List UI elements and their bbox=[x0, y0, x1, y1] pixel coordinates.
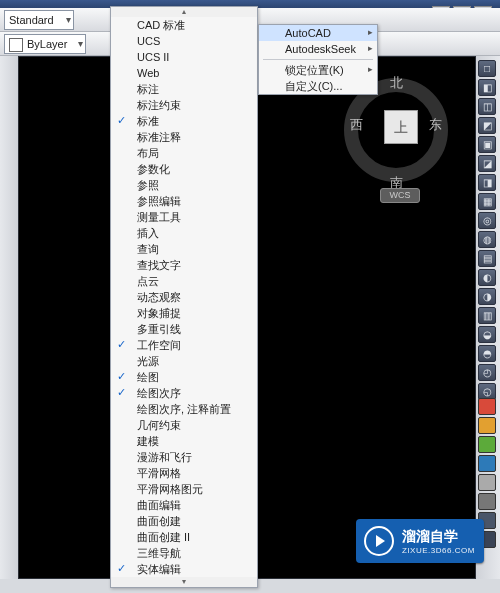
tool-icon[interactable] bbox=[478, 474, 496, 491]
chevron-right-icon: ▸ bbox=[368, 64, 373, 74]
toolbar-context-menu: ▴ CAD 标准UCSUCS IIWeb标注标注约束✓标准标准注释布局参数化参照… bbox=[110, 6, 258, 588]
tool-icon[interactable]: ◒ bbox=[478, 326, 496, 343]
tool-icon[interactable] bbox=[478, 436, 496, 453]
menu-item-label: 标注约束 bbox=[137, 98, 181, 113]
menu-item-label: 实体编辑 bbox=[137, 562, 181, 577]
submenu-item[interactable]: AutodeskSeek▸ bbox=[259, 41, 377, 57]
tool-icon[interactable] bbox=[478, 455, 496, 472]
menu-item[interactable]: 建模 bbox=[111, 433, 257, 449]
tool-icon[interactable]: ◴ bbox=[478, 364, 496, 381]
tool-icon[interactable]: ◎ bbox=[478, 212, 496, 229]
submenu-item[interactable]: AutoCAD▸ bbox=[259, 25, 377, 41]
menu-item[interactable]: 多重引线 bbox=[111, 321, 257, 337]
menu-item[interactable]: UCS bbox=[111, 33, 257, 49]
menu-item[interactable]: 标注约束 bbox=[111, 97, 257, 113]
compass-north[interactable]: 北 bbox=[390, 74, 403, 92]
menu-item-label: 三维导航 bbox=[137, 546, 181, 561]
submenu-item-label: 锁定位置(K) bbox=[285, 63, 344, 78]
menu-item[interactable]: 标注 bbox=[111, 81, 257, 97]
glyph-icon: ◨ bbox=[479, 175, 495, 190]
submenu-item[interactable]: 锁定位置(K)▸ bbox=[259, 62, 377, 78]
submenu-item[interactable]: 自定义(C)... bbox=[259, 78, 377, 94]
glyph-icon: ▣ bbox=[479, 137, 495, 152]
tool-icon[interactable] bbox=[478, 493, 496, 510]
check-icon: ✓ bbox=[117, 562, 126, 575]
menu-item[interactable]: 曲面编辑 bbox=[111, 497, 257, 513]
tool-icon[interactable]: ◫ bbox=[478, 98, 496, 115]
menu-item[interactable]: 对象捕捉 bbox=[111, 305, 257, 321]
menu-item[interactable]: 动态观察 bbox=[111, 289, 257, 305]
glyph-icon: ◐ bbox=[479, 270, 495, 285]
tool-icon[interactable]: ◐ bbox=[478, 269, 496, 286]
menu-item-label: CAD 标准 bbox=[137, 18, 185, 33]
compass-west[interactable]: 西 bbox=[350, 116, 363, 134]
check-icon: ✓ bbox=[117, 338, 126, 351]
menu-item[interactable]: 参数化 bbox=[111, 161, 257, 177]
menu-item[interactable]: CAD 标准 bbox=[111, 17, 257, 33]
menu-item[interactable]: ✓绘图次序 bbox=[111, 385, 257, 401]
menu-item[interactable]: ✓工作空间 bbox=[111, 337, 257, 353]
glyph-icon: ◫ bbox=[479, 99, 495, 114]
style-combo[interactable]: Standard bbox=[4, 10, 74, 30]
menu-item[interactable]: 绘图次序, 注释前置 bbox=[111, 401, 257, 417]
tool-icon[interactable] bbox=[478, 398, 496, 415]
menu-item-label: 参照 bbox=[137, 178, 159, 193]
menu-item[interactable]: UCS II bbox=[111, 49, 257, 65]
menu-scroll-down[interactable]: ▾ bbox=[111, 577, 257, 587]
menu-item[interactable]: 漫游和飞行 bbox=[111, 449, 257, 465]
menu-item[interactable]: 几何约束 bbox=[111, 417, 257, 433]
menu-item-label: 建模 bbox=[137, 434, 159, 449]
submenu-item-label: AutoCAD bbox=[285, 27, 331, 39]
menu-item[interactable]: ✓实体编辑 bbox=[111, 561, 257, 577]
tool-icon[interactable]: ▦ bbox=[478, 193, 496, 210]
menu-item-label: 参数化 bbox=[137, 162, 170, 177]
menu-item-label: 工作空间 bbox=[137, 338, 181, 353]
menu-item[interactable]: 平滑网格 bbox=[111, 465, 257, 481]
tool-icon[interactable] bbox=[478, 417, 496, 434]
menu-item[interactable]: 曲面创建 bbox=[111, 513, 257, 529]
tool-icon[interactable]: ◩ bbox=[478, 117, 496, 134]
menu-item[interactable]: ✓绘图 bbox=[111, 369, 257, 385]
menu-item-label: 光源 bbox=[137, 354, 159, 369]
tool-icon[interactable]: ◓ bbox=[478, 345, 496, 362]
tool-icon[interactable]: ◨ bbox=[478, 174, 496, 191]
menu-scroll-up[interactable]: ▴ bbox=[111, 7, 257, 17]
menu-item-label: 几何约束 bbox=[137, 418, 181, 433]
tool-icon[interactable]: ◍ bbox=[478, 231, 496, 248]
menu-item[interactable]: ✓标准 bbox=[111, 113, 257, 129]
menu-item[interactable]: 光源 bbox=[111, 353, 257, 369]
left-toolbar[interactable] bbox=[0, 56, 18, 579]
check-icon: ✓ bbox=[117, 114, 126, 127]
menu-item[interactable]: 参照 bbox=[111, 177, 257, 193]
menu-item[interactable]: 点云 bbox=[111, 273, 257, 289]
view-cube-top[interactable]: 上 bbox=[384, 110, 418, 144]
menu-item[interactable]: 查找文字 bbox=[111, 257, 257, 273]
tool-icon[interactable]: □ bbox=[478, 60, 496, 77]
glyph-icon: ◴ bbox=[479, 365, 495, 380]
watermark-title: 溜溜自学 bbox=[402, 528, 475, 546]
tool-icon[interactable]: ▣ bbox=[478, 136, 496, 153]
menu-item[interactable]: 测量工具 bbox=[111, 209, 257, 225]
menu-item-label: 曲面创建 II bbox=[137, 530, 190, 545]
tool-icon[interactable]: ◧ bbox=[478, 79, 496, 96]
menu-item[interactable]: 平滑网格图元 bbox=[111, 481, 257, 497]
compass-east[interactable]: 东 bbox=[429, 116, 442, 134]
menu-item-label: 标注 bbox=[137, 82, 159, 97]
menu-item[interactable]: Web bbox=[111, 65, 257, 81]
menu-item[interactable]: 三维导航 bbox=[111, 545, 257, 561]
wcs-badge[interactable]: WCS bbox=[380, 188, 420, 203]
menu-item[interactable]: 参照编辑 bbox=[111, 193, 257, 209]
menu-item-label: UCS II bbox=[137, 51, 169, 63]
menu-item[interactable]: 布局 bbox=[111, 145, 257, 161]
tool-icon[interactable]: ▥ bbox=[478, 307, 496, 324]
menu-item[interactable]: 曲面创建 II bbox=[111, 529, 257, 545]
tool-icon[interactable]: ◑ bbox=[478, 288, 496, 305]
layer-combo[interactable]: ByLayer bbox=[4, 34, 86, 54]
tool-icon[interactable]: ▤ bbox=[478, 250, 496, 267]
menu-item[interactable]: 插入 bbox=[111, 225, 257, 241]
tool-icon[interactable]: ◪ bbox=[478, 155, 496, 172]
watermark-badge[interactable]: 溜溜自学 ZIXUE.3D66.COM bbox=[356, 519, 484, 563]
glyph-icon: ◓ bbox=[479, 346, 495, 361]
menu-item[interactable]: 标准注释 bbox=[111, 129, 257, 145]
menu-item[interactable]: 查询 bbox=[111, 241, 257, 257]
